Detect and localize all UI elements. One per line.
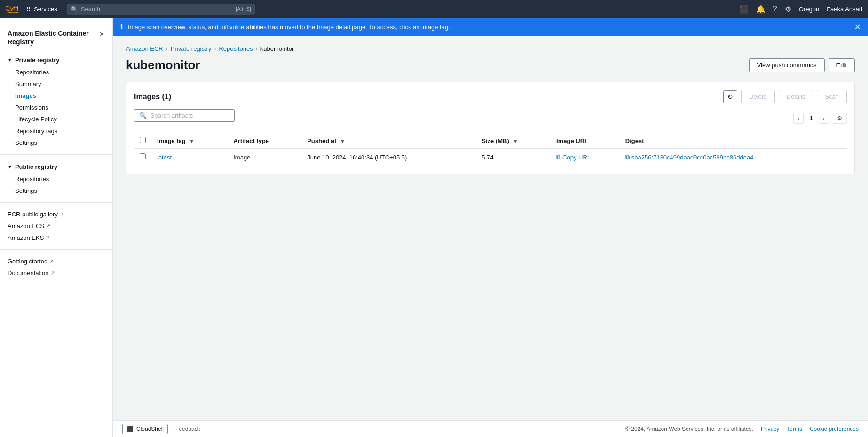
cloudshell-label: CloudShell <box>136 426 164 432</box>
sidebar-close-button[interactable]: × <box>99 29 105 40</box>
select-all-checkbox[interactable] <box>140 137 146 143</box>
col-artifact-type: Artifact type <box>228 133 301 149</box>
sidebar-item-summary[interactable]: Summary <box>0 78 112 90</box>
terminal-icon[interactable]: ⬛ <box>739 5 749 14</box>
table-header-row: Image tag ▼ Artifact type Pushed at ▼ <box>134 133 847 149</box>
col-digest-label: Digest <box>625 137 644 144</box>
col-image-uri: Image URI <box>551 133 620 149</box>
sidebar-item-lifecycle-policy[interactable]: Lifecycle Policy <box>0 113 112 125</box>
page-title: kubemonitor <box>126 58 200 72</box>
footer-cookie-preferences-link[interactable]: Cookie preferences <box>810 426 859 432</box>
artifact-type-link[interactable]: Image <box>233 154 250 161</box>
details-button[interactable]: Details <box>779 90 813 103</box>
sidebar-item-images[interactable]: Images <box>0 90 112 102</box>
private-registry-label: Private registry <box>15 56 60 64</box>
row-digest-cell: ⧉ sha256:7130c499daad9cc0ac599bc86ddea4.… <box>620 149 847 166</box>
col-size-label: Size (MB) <box>481 137 509 144</box>
banner-message: Image scan overview, status, and full vu… <box>128 24 450 31</box>
edit-button[interactable]: Edit <box>829 58 855 72</box>
col-pushed-at[interactable]: Pushed at ▼ <box>301 133 476 149</box>
external-link-icon-ecs: ↗ <box>46 223 50 229</box>
scan-button[interactable]: Scan <box>817 90 847 103</box>
help-icon[interactable]: ? <box>773 5 777 13</box>
search-bar[interactable]: 🔍 <box>134 109 235 122</box>
feedback-link[interactable]: Feedback <box>175 426 200 432</box>
sidebar-amazon-ecs[interactable]: Amazon ECS ↗ <box>0 220 112 232</box>
footer-privacy-link[interactable]: Privacy <box>761 426 779 432</box>
breadcrumb-repositories[interactable]: Repositories <box>219 45 253 52</box>
sidebar-amazon-eks[interactable]: Amazon EKS ↗ <box>0 232 112 244</box>
user-menu[interactable]: Faeka Ansari <box>827 6 862 13</box>
search-icon: 🔍 <box>139 112 147 119</box>
search-input[interactable] <box>81 6 233 13</box>
sidebar-item-repositories[interactable]: Repositories <box>0 66 112 78</box>
sidebar-item-repository-tags[interactable]: Repository tags <box>0 125 112 137</box>
footer-right: © 2024, Amazon Web Services, Inc. or its… <box>625 426 859 432</box>
banner-close-button[interactable]: ✕ <box>854 23 860 32</box>
sidebar-getting-started[interactable]: Getting started ↗ <box>0 255 112 267</box>
breadcrumb-current: kubemonitor <box>260 45 294 52</box>
external-link-icon-gs: ↗ <box>49 258 54 264</box>
col-image-tag[interactable]: Image tag ▼ <box>151 133 228 149</box>
breadcrumb-private-registry[interactable]: Private registry <box>171 45 212 52</box>
col-image-tag-label: Image tag <box>157 137 186 144</box>
images-panel-title: Images (1) <box>134 93 171 101</box>
breadcrumb-amazon-ecr[interactable]: Amazon ECR <box>126 45 163 52</box>
services-label: Services <box>34 6 57 13</box>
terminal-icon-footer: ⬛ <box>126 426 134 432</box>
footer-left: ⬛ CloudShell Feedback <box>122 424 200 434</box>
row-checkbox-cell <box>134 149 151 166</box>
sidebar-section-private-registry[interactable]: ▼ Private registry <box>0 54 112 66</box>
search-icon: 🔍 <box>71 6 78 13</box>
panel-actions: ↻ Delete Details Scan <box>723 90 847 103</box>
col-image-uri-label: Image URI <box>556 137 586 144</box>
documentation-label: Documentation <box>8 270 48 277</box>
row-checkbox[interactable] <box>140 153 146 159</box>
external-link-icon-eks: ↗ <box>46 235 50 241</box>
images-panel: Images (1) ↻ Delete Details Scan 🔍 <box>126 82 855 174</box>
page-settings-button[interactable]: ⚙ <box>833 113 847 124</box>
cloudshell-button[interactable]: ⬛ CloudShell <box>122 424 168 434</box>
footer-terms-link[interactable]: Terms <box>787 426 802 432</box>
public-registry-label: Public registry <box>15 163 57 170</box>
collapse-icon: ▼ <box>8 57 12 63</box>
content-area: Amazon ECR › Private registry › Reposito… <box>113 36 868 420</box>
info-icon: ℹ <box>120 23 123 31</box>
copy-digest-button[interactable]: ⧉ sha256:7130c499daad9cc0ac599bc86ddea4.… <box>625 153 758 161</box>
col-size[interactable]: Size (MB) ▼ <box>476 133 551 149</box>
breadcrumb: Amazon ECR › Private registry › Reposito… <box>126 45 855 52</box>
services-menu[interactable]: ⠿ Services <box>26 6 57 13</box>
breadcrumb-sep-1: › <box>166 46 168 52</box>
region-selector[interactable]: Oregon <box>799 6 819 13</box>
col-digest: Digest <box>620 133 847 149</box>
sidebar-item-settings-public[interactable]: Settings <box>0 185 112 197</box>
sidebar-item-public-repositories[interactable]: Repositories <box>0 173 112 185</box>
view-push-commands-button[interactable]: View push commands <box>749 58 825 72</box>
sidebar-documentation[interactable]: Documentation ↗ <box>0 267 112 279</box>
copy-uri-label: Copy URI <box>562 154 589 161</box>
image-tag-link[interactable]: latest <box>157 154 172 161</box>
sidebar-item-settings-private[interactable]: Settings <box>0 137 112 149</box>
prev-page-button[interactable]: ‹ <box>793 113 804 124</box>
row-pushed-at-cell: June 10, 2024, 16:40:34 (UTC+05.5) <box>301 149 476 166</box>
aws-logo <box>6 4 21 14</box>
global-search[interactable]: 🔍 [Alt+S] <box>67 4 255 15</box>
panel-search-row: 🔍 ‹ 1 › ⚙ <box>134 109 847 127</box>
images-table: Image tag ▼ Artifact type Pushed at ▼ <box>134 133 847 166</box>
search-input[interactable] <box>150 112 229 119</box>
refresh-button[interactable]: ↻ <box>723 90 737 103</box>
sidebar-ecr-public-gallery[interactable]: ECR public gallery ↗ <box>0 208 112 220</box>
sidebar-item-permissions[interactable]: Permissions <box>0 102 112 113</box>
bell-icon[interactable]: 🔔 <box>756 5 765 14</box>
col-artifact-type-label: Artifact type <box>233 137 269 144</box>
delete-button[interactable]: Delete <box>741 90 775 103</box>
copy-uri-button[interactable]: ⧉ Copy URI <box>556 153 589 161</box>
sidebar-divider-3 <box>0 249 112 250</box>
select-all-col <box>134 133 151 149</box>
next-page-button[interactable]: › <box>819 113 829 124</box>
external-link-icon: ↗ <box>60 211 64 217</box>
sidebar-section-public-registry[interactable]: ▼ Public registry <box>0 160 112 173</box>
header-actions: View push commands Edit <box>749 58 855 72</box>
table-row: latest Image June 10, 2024, 16:40:34 (UT… <box>134 149 847 166</box>
settings-icon[interactable]: ⚙ <box>785 5 791 14</box>
